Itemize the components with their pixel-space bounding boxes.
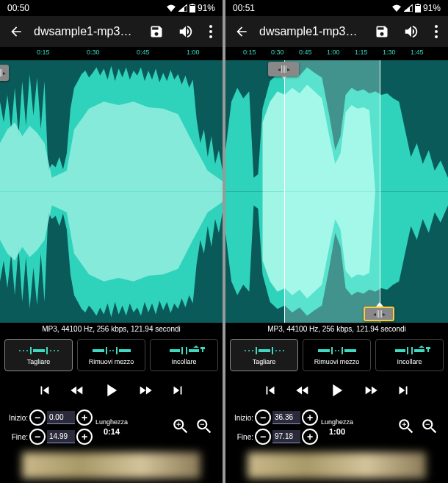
end-input[interactable]: 14.99 — [47, 430, 75, 443]
end-input[interactable]: 97.18 — [272, 430, 300, 443]
start-input[interactable]: 36.36 — [272, 411, 300, 424]
svg-rect-11 — [30, 347, 32, 354]
start-handle[interactable]: ◂▸ — [268, 62, 299, 76]
rewind-button[interactable] — [293, 382, 312, 398]
volume-button[interactable] — [174, 20, 198, 43]
end-label: Fine: — [4, 433, 28, 441]
tick: 1:15 — [355, 49, 368, 56]
overflow-button[interactable] — [429, 20, 444, 43]
mode-paste[interactable]: Incollare — [375, 339, 444, 371]
end-plus-button[interactable]: + — [302, 429, 318, 445]
svg-rect-43 — [318, 349, 330, 352]
svg-point-20 — [112, 350, 114, 351]
wifi-icon — [166, 4, 176, 12]
overflow-button[interactable] — [203, 20, 218, 43]
start-handle[interactable]: ▸ — [0, 65, 9, 81]
time-controls: Inizio: − 36.36 + Fine: − 97.18 + Lunghe… — [225, 407, 448, 448]
status-time: 00:50 — [7, 3, 29, 13]
play-button[interactable] — [101, 380, 121, 401]
end-minus-button[interactable]: − — [29, 429, 46, 445]
start-marker-line — [284, 60, 285, 323]
start-plus-button[interactable]: + — [76, 409, 93, 426]
start-plus-button[interactable]: + — [302, 409, 318, 426]
save-button[interactable] — [370, 20, 394, 43]
tick: 0:30 — [87, 49, 100, 56]
back-button[interactable] — [4, 20, 28, 43]
modes-row: Tagliare Rimuovi mezzo Incollare — [225, 336, 448, 374]
mode-remove-middle[interactable]: Rimuovi mezzo — [77, 339, 145, 371]
zoom-out-button[interactable] — [420, 417, 439, 437]
svg-point-41 — [279, 350, 281, 351]
mode-label: Rimuovi mezzo — [314, 358, 360, 365]
start-minus-button[interactable]: − — [29, 409, 46, 426]
skip-end-button[interactable] — [395, 382, 411, 398]
mode-cut[interactable]: Tagliare — [230, 339, 298, 371]
zoom-out-button[interactable] — [195, 417, 214, 437]
playback-controls — [225, 374, 448, 407]
svg-point-15 — [54, 350, 55, 351]
start-label: Inizio: — [230, 414, 253, 422]
battery-pct: 91% — [423, 3, 441, 13]
svg-point-30 — [435, 25, 438, 28]
mode-label: Tagliare — [253, 358, 276, 365]
tick: 1:30 — [383, 49, 396, 56]
svg-point-19 — [109, 350, 111, 351]
svg-point-16 — [57, 350, 59, 351]
battery-pct: 91% — [198, 3, 215, 13]
end-marker-line — [380, 60, 380, 323]
start-input[interactable]: 0.00 — [47, 411, 75, 424]
timeline[interactable]: 0:15 0:30 0:45 1:00 1:15 1:30 1:45 — [225, 47, 448, 60]
timeline[interactable]: 0:15 0:30 0:45 1:00 — [0, 47, 223, 60]
app-title: dwsample1-mp3… — [34, 25, 139, 38]
mode-cut[interactable]: Tagliare — [4, 339, 73, 371]
app-bar: dwsample1-mp3… — [225, 16, 448, 47]
end-handle[interactable]: ◂▸ — [364, 307, 394, 321]
skip-start-button[interactable] — [262, 382, 278, 398]
status-bar: 00:50 91% — [0, 0, 223, 16]
zoom-in-button[interactable] — [397, 417, 416, 437]
signal-icon — [178, 4, 187, 12]
skip-end-button[interactable] — [170, 382, 186, 398]
back-button[interactable] — [230, 20, 253, 43]
svg-rect-22 — [119, 349, 131, 352]
tick: 0:45 — [137, 49, 150, 56]
forward-button[interactable] — [136, 382, 155, 398]
svg-rect-23 — [170, 349, 180, 352]
play-button[interactable] — [326, 380, 347, 401]
end-minus-button[interactable]: − — [255, 429, 271, 445]
svg-rect-49 — [395, 349, 405, 352]
ad-banner[interactable] — [225, 448, 448, 483]
mode-paste[interactable]: Incollare — [150, 339, 218, 371]
svg-rect-51 — [411, 347, 413, 354]
skip-start-button[interactable] — [37, 382, 53, 398]
playback-controls — [0, 374, 223, 407]
ad-banner[interactable] — [0, 448, 223, 483]
svg-point-4 — [209, 30, 212, 33]
svg-rect-44 — [331, 347, 333, 354]
tick: 0:30 — [271, 49, 284, 56]
volume-button[interactable] — [400, 20, 423, 43]
start-label: Inizio: — [4, 414, 28, 422]
length-label: Lunghezza — [95, 418, 128, 426]
svg-point-45 — [335, 350, 336, 351]
app-bar: dwsample1-mp3… — [0, 16, 223, 47]
zoom-in-button[interactable] — [171, 417, 190, 437]
svg-rect-29 — [416, 5, 420, 6]
start-minus-button[interactable]: − — [255, 409, 271, 426]
save-button[interactable] — [145, 20, 168, 43]
svg-rect-1 — [191, 4, 193, 5]
mode-remove-middle[interactable]: Rimuovi mezzo — [303, 339, 371, 371]
svg-point-3 — [209, 25, 212, 28]
svg-rect-18 — [106, 347, 107, 354]
svg-point-9 — [23, 350, 24, 351]
forward-button[interactable] — [361, 382, 380, 398]
waveform-area[interactable]: ▸ — [0, 60, 223, 323]
svg-point-32 — [435, 35, 438, 38]
length-value: 0:14 — [104, 427, 120, 436]
end-plus-button[interactable]: + — [76, 429, 93, 445]
rewind-button[interactable] — [68, 382, 87, 398]
waveform-area[interactable]: ◂▸ ◂▸ — [225, 60, 448, 323]
svg-rect-2 — [190, 5, 195, 6]
status-indicators: 91% — [391, 3, 441, 13]
svg-rect-50 — [407, 347, 408, 354]
